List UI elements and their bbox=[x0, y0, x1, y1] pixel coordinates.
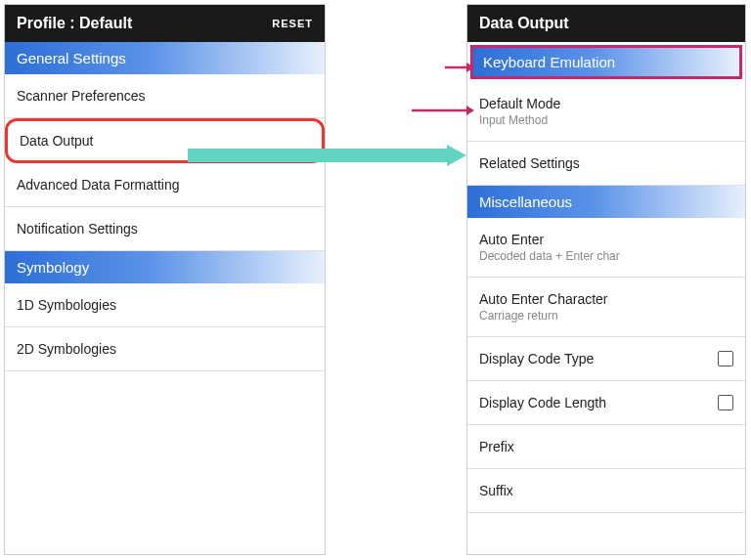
item-notification-settings[interactable]: Notification Settings bbox=[5, 207, 325, 251]
item-prefix[interactable]: Prefix bbox=[467, 425, 745, 469]
item-display-code-type[interactable]: Display Code Type bbox=[467, 337, 745, 381]
item-related-settings[interactable]: Related Settings bbox=[467, 142, 745, 186]
section-general-settings: General Settings bbox=[5, 42, 325, 74]
item-scanner-preferences[interactable]: Scanner Preferences bbox=[5, 74, 325, 118]
panel-profile: Profile : Default RESET General Settings… bbox=[4, 4, 326, 555]
arrow-data-output-to-panel bbox=[188, 145, 466, 166]
reset-button[interactable]: RESET bbox=[272, 18, 313, 29]
item-display-code-length[interactable]: Display Code Length bbox=[467, 381, 745, 425]
arrow-to-default-mode bbox=[412, 104, 474, 117]
checkbox-display-code-type[interactable] bbox=[718, 351, 733, 366]
data-output-title: Data Output bbox=[479, 15, 569, 32]
item-advanced-data-formatting[interactable]: Advanced Data Formatting bbox=[5, 163, 325, 207]
item-2d-symbologies[interactable]: 2D Symbologies bbox=[5, 327, 325, 371]
section-keyboard-emulation: Keyboard Emulation bbox=[470, 45, 742, 79]
item-suffix[interactable]: Suffix bbox=[467, 469, 745, 513]
section-miscellaneous: Miscellaneous bbox=[467, 186, 745, 218]
item-auto-enter-character[interactable]: Auto Enter Character Carriage return bbox=[467, 278, 745, 337]
item-default-mode[interactable]: Default Mode Input Method bbox=[467, 82, 745, 142]
profile-title: Profile : Default bbox=[17, 15, 132, 32]
checkbox-display-code-length[interactable] bbox=[718, 395, 733, 410]
titlebar-left: Profile : Default RESET bbox=[5, 5, 325, 42]
section-symbology: Symbology bbox=[5, 251, 325, 283]
panel-data-output: Data Output Keyboard Emulation Default M… bbox=[466, 4, 746, 555]
item-1d-symbologies[interactable]: 1D Symbologies bbox=[5, 283, 325, 327]
item-auto-enter[interactable]: Auto Enter Decoded data + Enter char bbox=[467, 218, 745, 278]
titlebar-right: Data Output bbox=[467, 5, 745, 42]
